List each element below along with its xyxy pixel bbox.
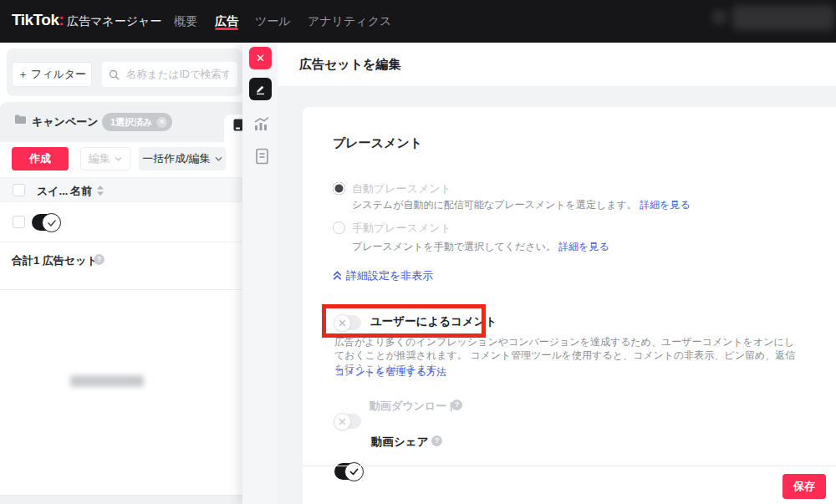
hide-advanced-settings-link[interactable]: 詳細設定を非表示 xyxy=(333,268,433,283)
auto-placement-label: 自動プレースメント xyxy=(352,181,451,196)
search-icon xyxy=(109,69,120,80)
auto-placement-details-link[interactable]: 詳細を見る xyxy=(640,199,691,211)
panel-title: 広告セットを編集 xyxy=(299,57,400,73)
add-filter-button[interactable]: ＋ フィルター xyxy=(12,62,92,87)
blurred-account-info xyxy=(732,5,834,30)
folder-icon xyxy=(14,114,27,125)
chevron-down-icon xyxy=(115,156,122,161)
plus-icon: ＋ xyxy=(18,67,28,82)
bulk-button-label: 一括作成/編集 xyxy=(142,151,211,166)
x-icon xyxy=(339,418,346,425)
manual-placement-desc-text: プレースメントを手動で選択してください。 xyxy=(352,241,556,252)
active-nav-underline xyxy=(215,28,238,30)
editor-tool-rail xyxy=(242,43,278,504)
column-header-switch: スイ... xyxy=(37,184,68,199)
brand-colon: : xyxy=(59,11,64,28)
radio-auto-placement[interactable] xyxy=(333,182,345,195)
total-count-label: 合計1 広告セット xyxy=(12,253,98,268)
document-icon xyxy=(255,148,269,165)
nav-item-analytics[interactable]: アナリティクス xyxy=(308,11,391,31)
manual-placement-label: 手動プレースメント xyxy=(352,221,451,236)
tab-adgroup-level[interactable] xyxy=(224,115,242,142)
footer-divider xyxy=(303,466,836,466)
check-icon xyxy=(48,220,56,227)
clear-selection-icon[interactable]: ✕ xyxy=(156,117,167,128)
sort-icon[interactable] xyxy=(97,186,104,196)
help-icon[interactable]: ? xyxy=(451,400,462,410)
search-box xyxy=(102,62,237,87)
bulk-create-edit-button[interactable]: 一括作成/編集 xyxy=(139,147,226,171)
row-status-toggle[interactable] xyxy=(32,214,60,231)
manual-placement-details-link[interactable]: 詳細を見る xyxy=(558,241,609,252)
red-highlight-annotation xyxy=(322,304,486,338)
brand-product-name: 広告マネージャー xyxy=(67,14,161,29)
select-all-checkbox[interactable] xyxy=(13,184,25,196)
nav-item-tools[interactable]: ツール xyxy=(255,11,291,31)
bar-chart-icon xyxy=(253,115,270,132)
pencil-icon xyxy=(254,83,267,95)
filter-button-label: フィルター xyxy=(31,67,86,82)
video-download-label: 動画ダウンロード xyxy=(370,399,458,414)
divider xyxy=(0,289,242,290)
brand-wordmark: TikTok xyxy=(12,11,59,28)
horizontal-scrollbar-track[interactable] xyxy=(0,495,242,504)
table-row[interactable] xyxy=(0,202,242,242)
blurred-row-name xyxy=(70,375,144,387)
selected-count-text: 1選択済み xyxy=(110,116,152,129)
edit-tool-button[interactable] xyxy=(249,78,272,100)
edit-button[interactable]: 編集 xyxy=(80,147,130,171)
create-button[interactable]: 作成 xyxy=(12,147,69,171)
tiktok-ads-manager-page: TikTok: 広告マネージャー 概要 広告 ツール アナリティクス ＋ フィル… xyxy=(0,0,836,504)
column-header-name: 名前 xyxy=(70,184,92,199)
save-button[interactable]: 保存 xyxy=(782,474,826,499)
sidebar-list-panel: ＋ フィルター キャンペーン 1選択済み ✕ 作成 編集 一括作成/編集 xyxy=(0,43,242,504)
hide-advanced-settings-label: 詳細設定を非表示 xyxy=(346,268,433,283)
help-icon[interactable]: ? xyxy=(94,254,104,265)
selected-count-badge[interactable]: 1選択済み ✕ xyxy=(102,113,172,131)
campaign-label: キャンペーン xyxy=(32,115,99,130)
close-panel-button[interactable]: ✕ xyxy=(249,47,272,69)
help-icon[interactable]: ? xyxy=(431,435,442,446)
search-input[interactable] xyxy=(125,68,231,81)
top-navigation-bar: TikTok: 広告マネージャー 概要 広告 ツール アナリティクス xyxy=(0,0,836,43)
check-icon xyxy=(349,468,359,476)
edit-button-label: 編集 xyxy=(89,151,110,166)
section-title-placement: プレースメント xyxy=(333,135,422,151)
analytics-tool-button[interactable] xyxy=(252,114,272,134)
manage-comments-link[interactable]: コメントを管理する方法 xyxy=(334,365,446,379)
row-checkbox[interactable] xyxy=(13,216,25,228)
notes-tool-button[interactable] xyxy=(252,146,272,166)
video-share-label: 動画シェア xyxy=(371,435,428,450)
brand-logo[interactable]: TikTok: xyxy=(12,11,64,29)
radio-manual-placement[interactable] xyxy=(333,221,345,234)
auto-placement-desc: システムが自動的に配信可能なプレースメントを選定します。 詳細を見る xyxy=(352,198,691,212)
auto-placement-desc-text: システムが自動的に配信可能なプレースメントを選定します。 xyxy=(352,199,637,211)
chevron-down-icon xyxy=(215,156,222,161)
blurred-notification-icon xyxy=(711,9,727,25)
table-header-row: スイ... 名前 xyxy=(0,177,242,202)
video-download-toggle[interactable] xyxy=(334,414,361,429)
double-chevron-up-icon xyxy=(333,271,342,281)
nav-item-overview[interactable]: 概要 xyxy=(174,11,197,31)
manual-placement-desc: プレースメントを手動で選択してください。 詳細を見る xyxy=(352,240,609,254)
